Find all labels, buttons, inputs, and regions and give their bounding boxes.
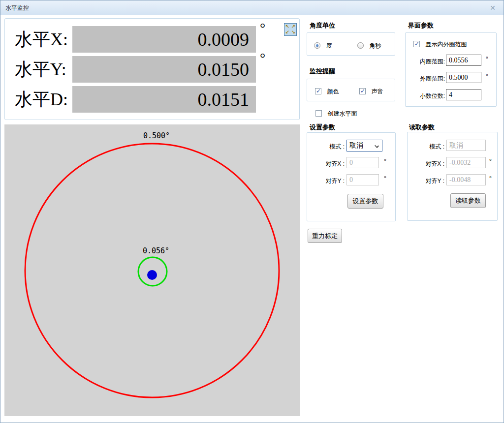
angle-unit-header: 角度单位	[310, 21, 335, 30]
inner-range-field-label: 内圈范围:	[410, 58, 445, 66]
sound-checkbox[interactable]	[359, 88, 366, 94]
reading-label-x: 水平X:	[15, 26, 68, 53]
inner-range-input[interactable]: 0.0556	[446, 55, 481, 66]
reading-label-d: 水平D:	[15, 86, 68, 113]
outer-range-input[interactable]: 0.5000	[446, 72, 481, 83]
set-align-y-unit: °	[384, 175, 386, 182]
degree-radio-icon[interactable]	[314, 42, 320, 49]
reading-row-y: 水平Y: 0.0150 °	[5, 56, 299, 83]
set-align-x-input[interactable]: 0	[346, 157, 379, 168]
reading-row-d: 水平D: 0.0151	[5, 86, 299, 113]
arcsecond-radio-label: 角秒	[369, 42, 381, 49]
reading-label-y: 水平Y:	[15, 56, 66, 83]
set-mode-value: 取消	[349, 141, 363, 150]
decimals-field-label: 小数位数:	[410, 92, 445, 100]
set-align-y-label: 对齐Y :	[307, 177, 345, 185]
set-params-box: 模式 : 取消 对齐X : 0 ° 对齐Y : 0 ° 设置参数	[307, 132, 396, 221]
set-align-x-unit: °	[384, 157, 386, 165]
read-align-x-unit: °	[489, 157, 492, 165]
set-mode-label: 模式 :	[307, 143, 345, 151]
degree-radio-label: 度	[326, 42, 332, 49]
expand-arrow-nw-icon: ↖	[284, 24, 290, 30]
expand-arrow-ne-icon: ↗	[290, 24, 296, 30]
level-monitor-window: 水平监控 ✕ 水平X: 0.0009 ° 水平Y: 0.0150 ° 水平D: …	[0, 0, 504, 423]
set-align-y-input[interactable]: 0	[346, 174, 379, 185]
radio-degree[interactable]: 度	[314, 41, 332, 50]
inner-range-unit: °	[486, 55, 488, 62]
read-mode-value: 取消	[446, 140, 486, 151]
chevron-down-icon	[375, 144, 379, 148]
read-align-y-unit: °	[489, 175, 492, 182]
set-params-button[interactable]: 设置参数	[347, 194, 383, 209]
reading-unit-y: °	[260, 50, 265, 66]
read-align-x-value: -0.0032	[446, 157, 486, 168]
read-params-header: 读取参数	[409, 123, 435, 132]
reading-row-x: 水平X: 0.0009 °	[5, 26, 299, 53]
expand-arrow-se-icon: ↘	[290, 30, 296, 35]
ui-params-box: 显示内外圈范围 内圈范围: 0.0556 ° 外圈范围: 0.5000 ° 小数…	[405, 32, 497, 107]
monitor-alert-box: 颜色 声音	[307, 79, 395, 101]
close-icon[interactable]: ✕	[488, 0, 498, 15]
ui-params-header: 界面参数	[408, 21, 434, 30]
set-params-header: 设置参数	[310, 123, 335, 132]
monitor-alert-header: 监控提醒	[310, 67, 335, 76]
reading-unit-x: °	[260, 20, 265, 36]
reading-value-d: 0.0151	[72, 86, 256, 113]
expand-arrow-sw-icon: ↙	[284, 30, 290, 35]
color-checkbox-label: 颜色	[327, 88, 339, 95]
create-plane-label: 创建水平面	[327, 110, 357, 117]
show-range-label: 显示内外圈范围	[425, 41, 467, 48]
level-gauge-panel: 0.500° 0.056°	[4, 124, 300, 416]
outer-range-unit: °	[486, 72, 488, 80]
create-plane-option[interactable]: 创建水平面	[315, 109, 357, 118]
arcsecond-radio-icon[interactable]	[357, 42, 364, 49]
title-bar: 水平监控 ✕	[0, 0, 504, 15]
gravity-calibration-button[interactable]: 重力标定	[308, 229, 342, 243]
color-checkbox[interactable]	[315, 88, 321, 94]
create-plane-checkbox[interactable]	[315, 110, 322, 117]
read-align-x-label: 对齐X :	[408, 160, 444, 168]
read-mode-label: 模式 :	[408, 143, 444, 151]
level-gauge-canvas: 0.500° 0.056°	[4, 124, 300, 416]
level-position-dot	[147, 270, 157, 280]
read-align-y-label: 对齐Y :	[408, 177, 444, 185]
decimals-input[interactable]: 4	[446, 89, 481, 100]
radio-arcsecond[interactable]: 角秒	[357, 41, 381, 50]
inner-range-label: 0.056°	[143, 246, 169, 255]
outer-range-field-label: 外圈范围:	[410, 75, 445, 83]
readings-panel: 水平X: 0.0009 ° 水平Y: 0.0150 ° 水平D: 0.0151 …	[4, 18, 300, 120]
read-params-box: 模式 : 取消 对齐X : -0.0032 ° 对齐Y : -0.0048 ° …	[407, 132, 498, 221]
read-align-y-value: -0.0048	[446, 174, 486, 185]
window-title: 水平监控	[5, 0, 29, 15]
set-mode-dropdown[interactable]: 取消	[346, 140, 382, 151]
outer-range-label: 0.500°	[143, 131, 170, 140]
reading-value-x: 0.0009	[72, 26, 256, 53]
show-range-checkbox[interactable]	[413, 41, 420, 47]
angle-unit-box: 度 角秒	[307, 32, 395, 56]
expand-button[interactable]: ↖↗↙↘	[284, 23, 297, 36]
color-alert-option[interactable]: 颜色	[315, 87, 339, 96]
show-range-option[interactable]: 显示内外圈范围	[413, 39, 467, 49]
sound-checkbox-label: 声音	[371, 88, 383, 95]
reading-value-y: 0.0150	[72, 56, 256, 83]
sound-alert-option[interactable]: 声音	[359, 87, 383, 96]
read-params-button[interactable]: 读取参数	[450, 193, 486, 208]
set-align-x-label: 对齐X :	[307, 160, 345, 168]
